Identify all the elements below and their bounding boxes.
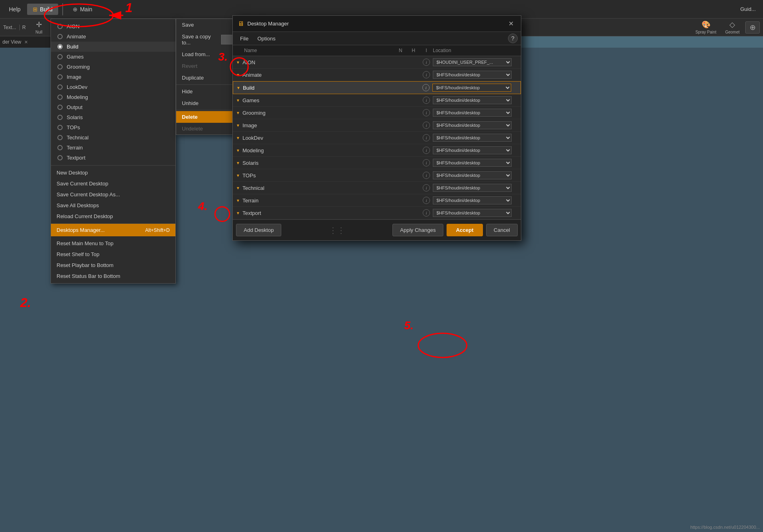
row-name: ▼ Modeling: [236, 147, 394, 154]
row-name: ▼ Textport: [236, 210, 394, 216]
radio-animate: [57, 34, 63, 39]
menu-item-games[interactable]: Games: [51, 52, 175, 62]
table-row-terrain[interactable]: ▼ Terrain i $HFS/houdini/desktop: [233, 194, 521, 207]
table-row[interactable]: ▼ AION i $HOUDINI_USER_PREF_...: [233, 56, 521, 69]
menu-save-all-desktops[interactable]: Save All Desktops: [51, 200, 175, 211]
menu-item-aion[interactable]: AION: [51, 21, 175, 32]
footer-right-buttons: Apply Changes Accept Cancel: [392, 224, 518, 236]
menu-item-modeling[interactable]: Modeling: [51, 92, 175, 102]
table-row-build[interactable]: ▼ Build i $HFS/houdini/desktop: [233, 81, 521, 94]
radio-modeling: [57, 95, 63, 100]
null-icon: ✛: [36, 20, 42, 29]
table-row[interactable]: ▼ Image i $HFS/houdini/desktop: [233, 119, 521, 132]
menu-item-image[interactable]: Image: [51, 72, 175, 82]
row-name: ▼ Solaris: [236, 160, 394, 166]
dropdown-menu: AION Animate Build Games Grooming Image: [51, 19, 176, 284]
menu-reset-main[interactable]: Reset Main Menu to Top: [51, 238, 175, 249]
dialog-menubar: File Options ?: [233, 32, 521, 45]
row-i: i: [420, 59, 433, 66]
menu-item-tops[interactable]: TOPs: [51, 122, 175, 132]
col-h-header: H: [407, 48, 420, 53]
menu-actions-section: New Desktop Save Current Desktop Save Cu…: [51, 166, 175, 224]
menu-reload-desktop[interactable]: Reload Current Desktop: [51, 211, 175, 222]
table-row[interactable]: ▼ LookDev i $HFS/houdini/desktop: [233, 132, 521, 144]
text-label: Text...: [3, 25, 20, 30]
help-menu-btn[interactable]: Help: [3, 4, 26, 15]
transform-btn[interactable]: ⊕: [745, 21, 760, 34]
apply-changes-btn[interactable]: Apply Changes: [392, 224, 443, 236]
radio-games: [57, 54, 63, 59]
accept-btn[interactable]: Accept: [447, 224, 483, 236]
row-location-build[interactable]: $HFS/houdini/desktop: [432, 84, 511, 92]
menu-new-desktop[interactable]: New Desktop: [51, 167, 175, 178]
null-tool[interactable]: ✛ Null: [32, 19, 46, 36]
radio-output: [57, 105, 63, 110]
transform-icon: ⊕: [750, 23, 756, 32]
footer-grid-icon: ⋮⋮: [329, 225, 345, 235]
menu-item-solaris[interactable]: Solaris: [51, 112, 175, 122]
row-location-animate[interactable]: $HFS/houdini/desktop: [433, 71, 512, 79]
geom-icon: ◇: [729, 20, 735, 29]
menu-reset-playbar[interactable]: Reset Playbar to Bottom: [51, 260, 175, 271]
row-name: ▼ AION: [236, 59, 394, 65]
radio-aion: [57, 24, 63, 29]
row-name: ▼ Grooming: [236, 110, 394, 116]
radio-grooming: [57, 64, 63, 69]
table-row[interactable]: ▼ Solaris i $HFS/houdini/desktop: [233, 157, 521, 169]
build-menu-btn[interactable]: ⊞ Build: [27, 4, 58, 15]
geom-label: Geomet: [725, 30, 740, 34]
row-name: ▼ Image: [236, 122, 394, 128]
menu-item-grooming[interactable]: Grooming: [51, 62, 175, 72]
dialog-title: Desktop Manager: [247, 21, 289, 27]
dialog-help-btn[interactable]: ?: [508, 34, 518, 43]
dialog-table-header: Name N H I Location: [233, 45, 521, 56]
menu-item-technical[interactable]: Technical: [51, 132, 175, 143]
menu-item-lookdev[interactable]: LookDev: [51, 82, 175, 92]
table-row[interactable]: ▼ Grooming i $HFS/houdini/desktop: [233, 107, 521, 119]
row-name: ▼ Games: [236, 97, 394, 103]
desktop-manager-dialog: 🖥 Desktop Manager ✕ File Options ? Name …: [232, 15, 521, 241]
row-name: ▼ LookDev: [236, 135, 394, 141]
dialog-titlebar: 🖥 Desktop Manager ✕: [233, 16, 521, 32]
menu-desktops-manager[interactable]: Desktops Manager... Alt+Shift+D: [51, 224, 175, 236]
radio-image: [57, 74, 63, 80]
dialog-file-btn[interactable]: File: [236, 34, 253, 43]
col-n-header: N: [394, 48, 407, 53]
row-name: ▼ Terrain: [236, 198, 394, 204]
spray-label: Spray Paint: [696, 30, 717, 34]
table-row[interactable]: ▼ Modeling i $HFS/houdini/desktop: [233, 144, 521, 157]
col-i-header: I: [420, 48, 433, 53]
dialog-icon: 🖥: [238, 20, 244, 27]
geom-tool[interactable]: ◇ Geomet: [722, 19, 743, 36]
table-row-tops[interactable]: ▼ TOPs i $HFS/houdini/desktop: [233, 169, 521, 182]
menu-reset-statusbar[interactable]: Reset Status Bar to Bottom: [51, 271, 175, 282]
menu-item-terrain[interactable]: Terrain: [51, 143, 175, 153]
menu-save-desktop[interactable]: Save Current Desktop: [51, 178, 175, 189]
watermark: https://blog.csdn.net/u012204300...: [690, 525, 760, 530]
table-row[interactable]: ▼ Animate i $HFS/houdini/desktop: [233, 69, 521, 81]
menu-item-build[interactable]: Build: [51, 42, 175, 52]
spray-paint-tool[interactable]: 🎨 Spray Paint: [692, 19, 720, 36]
menu-item-animate[interactable]: Animate: [51, 32, 175, 42]
row-name: ▼ TOPs: [236, 172, 394, 179]
guid-btn[interactable]: Guid...: [736, 4, 760, 15]
menu-item-output[interactable]: Output: [51, 102, 175, 112]
table-row[interactable]: ▼ Games i $HFS/houdini/desktop: [233, 94, 521, 107]
table-row-technical[interactable]: ▼ Technical i $HFS/houdini/desktop: [233, 182, 521, 194]
add-desktop-btn[interactable]: Add Desktop: [236, 224, 281, 236]
menu-save-desktop-as[interactable]: Save Current Desktop As...: [51, 189, 175, 200]
dialog-options-btn[interactable]: Options: [253, 34, 280, 43]
spray-icon: 🎨: [702, 20, 710, 29]
manager-shortcut: Alt+Shift+D: [145, 227, 170, 233]
menu-item-textport[interactable]: Textport: [51, 153, 175, 163]
menu-reset-shelf[interactable]: Reset Shelf to Top: [51, 249, 175, 260]
main-menu-btn[interactable]: ⊕ Main: [67, 4, 98, 15]
cancel-btn[interactable]: Cancel: [486, 224, 518, 236]
table-row-textport[interactable]: ▼ Textport i $HFS/houdini/desktop: [233, 207, 521, 219]
dialog-close-btn[interactable]: ✕: [506, 19, 516, 28]
row-location[interactable]: $HOUDINI_USER_PREF_...: [433, 58, 512, 66]
main-icon: ⊕: [73, 6, 78, 13]
view-bar: der View ×: [0, 36, 59, 48]
view-close-btn[interactable]: ×: [24, 39, 27, 45]
radio-technical: [57, 135, 63, 140]
